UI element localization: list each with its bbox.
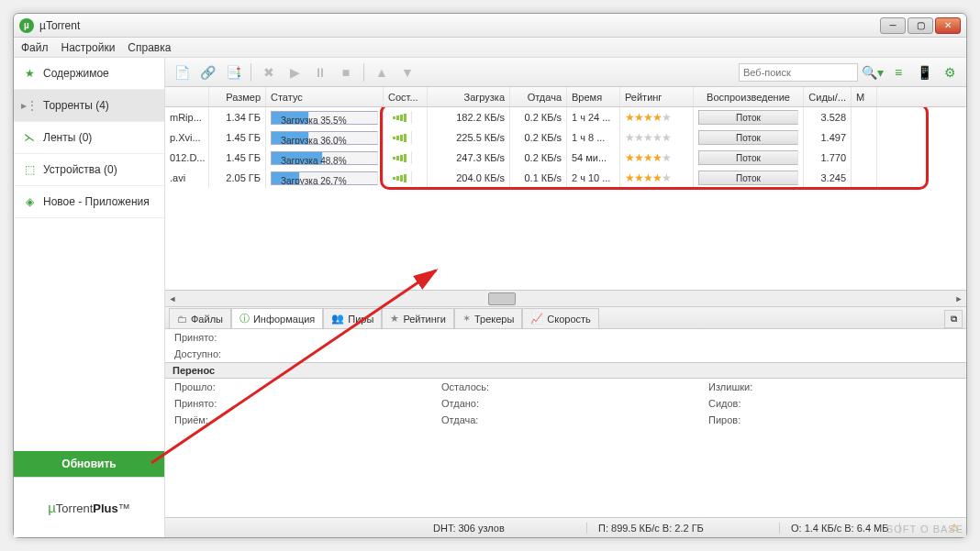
toolbar: 📄 🔗 📑 ✖ ▶ ⏸ ■ ▲ ▼ 🔍▾ ≡ 📱 ⚙: [165, 58, 966, 87]
tab-options-button[interactable]: ⧉: [944, 310, 963, 328]
feed-icon: ⋋: [23, 131, 36, 144]
scroll-thumb[interactable]: [488, 292, 516, 305]
folder-icon: 🗀: [177, 314, 187, 325]
sidebar-item-content[interactable]: ★ Содержимое: [14, 58, 164, 90]
create-torrent-button[interactable]: 📑: [222, 61, 244, 83]
scroll-right-arrow[interactable]: ►: [952, 294, 966, 303]
sidebar-item-feeds[interactable]: ⋋ Ленты (0): [14, 122, 164, 154]
info-surplus-label: Излишки:: [708, 381, 782, 392]
utorrent-plus-promo[interactable]: µTorrentPlus™: [14, 477, 164, 537]
tab-info[interactable]: ⓘИнформация: [231, 308, 323, 328]
list-view-button[interactable]: ≡: [887, 61, 909, 83]
main-panel: 📄 🔗 📑 ✖ ▶ ⏸ ■ ▲ ▼ 🔍▾ ≡ 📱 ⚙: [165, 58, 966, 537]
titlebar: µ µTorrent ─ ▢ ✕: [14, 14, 966, 38]
add-torrent-button[interactable]: 📄: [171, 61, 193, 83]
info-elapsed-label: Прошло:: [174, 381, 248, 392]
menu-settings[interactable]: Настройки: [61, 41, 116, 54]
col-health[interactable]: Сост...: [384, 87, 428, 106]
stream-button[interactable]: Поток: [698, 150, 798, 165]
torrent-grid: Размер Статус Сост... Загрузка Отдача Вр…: [165, 87, 966, 307]
search-input[interactable]: [739, 63, 858, 82]
peers-icon: 👥: [331, 313, 344, 325]
col-rating[interactable]: Рейтинг: [620, 87, 694, 106]
stream-button[interactable]: Поток: [698, 130, 798, 145]
status-dht: DHT: 306 узлов: [422, 523, 587, 534]
tab-peers[interactable]: 👥Пиры: [323, 308, 382, 328]
status-up: О: 1.4 КБ/с В: 6.4 МБ: [780, 523, 900, 534]
window-title: µTorrent: [39, 19, 880, 32]
table-row[interactable]: mRip...1.34 ГБЗагрузка 35.5%182.2 КБ/s0.…: [165, 107, 966, 127]
sidebar-item-apps[interactable]: ◈ Новое - Приложения: [14, 186, 164, 218]
device-icon: ⬚: [23, 163, 36, 176]
sidebar-item-label: Устройства (0): [43, 163, 117, 176]
tab-files[interactable]: 🗀Файлы: [169, 308, 231, 328]
search-button[interactable]: 🔍▾: [862, 61, 884, 83]
info-recv-label: Приём:: [174, 414, 248, 425]
maximize-button[interactable]: ▢: [908, 17, 933, 34]
remove-button[interactable]: ✖: [258, 61, 280, 83]
table-row[interactable]: .avi2.05 ГБЗагрузка 26.7%204.0 КБ/s0.1 К…: [165, 168, 966, 188]
grid-header: Размер Статус Сост... Загрузка Отдача Вр…: [165, 87, 966, 107]
sidebar-item-label: Новое - Приложения: [43, 195, 150, 208]
app-window: µ µTorrent ─ ▢ ✕ Файл Настройки Справка …: [13, 13, 967, 538]
rating-icon: ★: [390, 313, 399, 325]
status-down: П: 899.5 КБ/с В: 2.2 ГБ: [587, 523, 780, 534]
col-playback[interactable]: Воспроизведение: [694, 87, 804, 106]
toolbar-separator: [251, 63, 251, 82]
col-upload[interactable]: Отдача: [510, 87, 567, 106]
start-button[interactable]: ▶: [284, 61, 306, 83]
sidebar-item-label: Торренты (4): [43, 99, 109, 112]
detail-tabs: 🗀Файлы ⓘИнформация 👥Пиры ★Рейтинги ✶Трек…: [165, 307, 966, 329]
col-seeds[interactable]: Сиды/...: [804, 87, 852, 106]
info-received2-label: Принято:: [174, 398, 248, 409]
tracker-icon: ✶: [462, 313, 471, 325]
col-name[interactable]: [165, 87, 209, 106]
col-status[interactable]: Статус: [266, 87, 384, 106]
pause-button[interactable]: ⏸: [309, 61, 331, 83]
col-size[interactable]: Размер: [209, 87, 266, 106]
settings-button[interactable]: ⚙: [939, 61, 961, 83]
sidebar-item-torrents[interactable]: ▸⋮ Торренты (4): [14, 90, 164, 122]
info-peers-label: Пиров:: [708, 414, 782, 425]
menubar: Файл Настройки Справка: [14, 38, 966, 58]
app-icon: µ: [19, 18, 34, 33]
info-give-label: Отдача:: [441, 414, 515, 425]
info-available-label: Доступно:: [174, 348, 248, 359]
menu-help[interactable]: Справка: [128, 41, 171, 54]
close-button[interactable]: ✕: [935, 17, 961, 34]
info-received-label: Принято:: [174, 332, 248, 343]
update-button[interactable]: Обновить: [14, 451, 164, 477]
add-url-button[interactable]: 🔗: [196, 61, 218, 83]
stream-button[interactable]: Поток: [698, 110, 798, 125]
stream-button[interactable]: Поток: [698, 171, 798, 185]
table-row[interactable]: 012.D...1.45 ГБЗагрузка 48.8%247.3 КБ/s0…: [165, 148, 966, 168]
table-row[interactable]: p.Xvi...1.45 ГБЗагрузка 36.0%225.5 КБ/s0…: [165, 127, 966, 148]
menu-file[interactable]: Файл: [21, 41, 49, 54]
torrent-icon: ▸⋮: [23, 99, 36, 112]
toolbar-separator: [363, 63, 364, 82]
info-panel: Принято: Доступно: Перенос Прошло: Приня…: [165, 329, 966, 517]
move-up-button[interactable]: ▲: [371, 61, 393, 83]
move-down-button[interactable]: ▼: [396, 61, 418, 83]
col-m[interactable]: М: [852, 87, 877, 106]
remote-button[interactable]: 📱: [913, 61, 935, 83]
star-icon: ★: [23, 67, 36, 80]
sidebar-item-label: Ленты (0): [43, 131, 92, 144]
statusbar: DHT: 306 узлов П: 899.5 КБ/с В: 2.2 ГБ О…: [165, 517, 966, 537]
info-section-transfer: Перенос: [165, 362, 966, 379]
minimize-button[interactable]: ─: [880, 17, 906, 34]
sidebar-item-label: Содержимое: [43, 67, 109, 80]
scroll-left-arrow[interactable]: ◄: [165, 294, 180, 303]
info-remaining-label: Осталось:: [441, 381, 515, 392]
info-given-label: Отдано:: [441, 398, 515, 409]
col-time[interactable]: Время: [567, 87, 620, 106]
tab-ratings[interactable]: ★Рейтинги: [382, 308, 454, 328]
info-seeds-label: Сидов:: [708, 398, 782, 409]
col-download[interactable]: Загрузка: [428, 87, 510, 106]
watermark: SOFT O BASE: [886, 523, 963, 534]
tab-trackers[interactable]: ✶Трекеры: [454, 308, 522, 328]
stop-button[interactable]: ■: [335, 61, 357, 83]
horizontal-scrollbar[interactable]: ◄ ►: [165, 290, 966, 306]
tab-speed[interactable]: 📈Скорость: [522, 308, 599, 328]
sidebar-item-devices[interactable]: ⬚ Устройства (0): [14, 154, 164, 186]
